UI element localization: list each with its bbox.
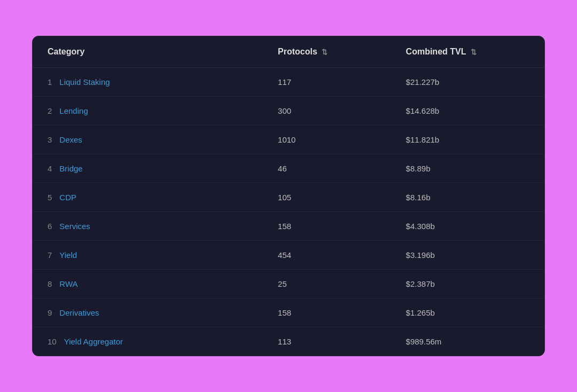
category-link[interactable]: RWA (59, 279, 77, 288)
category-link[interactable]: Dexes (59, 135, 82, 144)
category-link[interactable]: Services (59, 222, 90, 231)
table-body: 1Liquid Staking117$21.227b2Lending300$14… (33, 68, 544, 356)
protocols-cell: 454 (263, 241, 391, 270)
category-cell: 7Yield (33, 241, 263, 270)
category-cell: 6Services (33, 212, 263, 241)
category-link[interactable]: Yield (59, 250, 77, 260)
protocols-cell: 158 (263, 299, 391, 327)
table-row: 3Dexes1010$11.821b (33, 126, 544, 154)
category-cell: 1Liquid Staking (33, 68, 263, 97)
table-header-row: Category Protocols ⇅ Combined TVL ⇅ (33, 36, 544, 68)
protocols-cell: 1010 (263, 126, 391, 154)
category-link[interactable]: Liquid Staking (59, 77, 110, 87)
tvl-header[interactable]: Combined TVL ⇅ (391, 36, 544, 68)
protocols-cell: 25 (263, 270, 391, 299)
tvl-cell: $4.308b (391, 212, 544, 241)
row-rank: 2 (48, 106, 52, 115)
category-cell: 9Derivatives (33, 299, 263, 327)
protocols-cell: 158 (263, 212, 391, 241)
category-link[interactable]: Derivatives (59, 308, 99, 317)
table-row: 1Liquid Staking117$21.227b (33, 68, 544, 97)
row-rank: 6 (48, 222, 52, 231)
category-header: Category (33, 36, 263, 68)
category-cell: 10Yield Aggregator (33, 327, 263, 356)
protocols-cell: 117 (263, 68, 391, 97)
table-row: 10Yield Aggregator113$989.56m (33, 327, 544, 356)
table-row: 4Bridge46$8.89b (33, 154, 544, 183)
row-rank: 9 (48, 308, 52, 317)
tvl-cell: $2.387b (391, 270, 544, 299)
category-link[interactable]: Yield Aggregator (64, 337, 123, 346)
row-rank: 3 (48, 135, 52, 144)
protocols-cell: 300 (263, 97, 391, 126)
category-cell: 2Lending (33, 97, 263, 126)
table-row: 9Derivatives158$1.265b (33, 299, 544, 327)
protocols-header[interactable]: Protocols ⇅ (263, 36, 391, 68)
tvl-cell: $8.89b (391, 154, 544, 183)
tvl-sort-icon: ⇅ (471, 48, 477, 56)
protocols-sort-icon: ⇅ (322, 48, 328, 56)
row-rank: 1 (48, 77, 52, 87)
table-row: 7Yield454$3.196b (33, 241, 544, 270)
category-cell: 8RWA (33, 270, 263, 299)
row-rank: 10 (48, 337, 57, 346)
row-rank: 7 (48, 250, 52, 260)
category-link[interactable]: Lending (59, 106, 88, 115)
category-cell: 5CDP (33, 183, 263, 212)
row-rank: 4 (48, 164, 52, 173)
category-cell: 3Dexes (33, 126, 263, 154)
tvl-table-container: Category Protocols ⇅ Combined TVL ⇅ 1Liq… (32, 36, 545, 356)
category-link[interactable]: Bridge (59, 164, 82, 173)
table-row: 2Lending300$14.628b (33, 97, 544, 126)
tvl-cell: $14.628b (391, 97, 544, 126)
tvl-cell: $989.56m (391, 327, 544, 356)
protocols-cell: 113 (263, 327, 391, 356)
category-cell: 4Bridge (33, 154, 263, 183)
tvl-cell: $11.821b (391, 126, 544, 154)
row-rank: 8 (48, 279, 52, 288)
table-row: 8RWA25$2.387b (33, 270, 544, 299)
tvl-cell: $21.227b (391, 68, 544, 97)
table-row: 6Services158$4.308b (33, 212, 544, 241)
row-rank: 5 (48, 193, 52, 202)
category-link[interactable]: CDP (59, 193, 76, 202)
tvl-cell: $3.196b (391, 241, 544, 270)
tvl-cell: $8.16b (391, 183, 544, 212)
table-row: 5CDP105$8.16b (33, 183, 544, 212)
protocols-cell: 105 (263, 183, 391, 212)
tvl-cell: $1.265b (391, 299, 544, 327)
tvl-table: Category Protocols ⇅ Combined TVL ⇅ 1Liq… (33, 36, 544, 356)
protocols-cell: 46 (263, 154, 391, 183)
